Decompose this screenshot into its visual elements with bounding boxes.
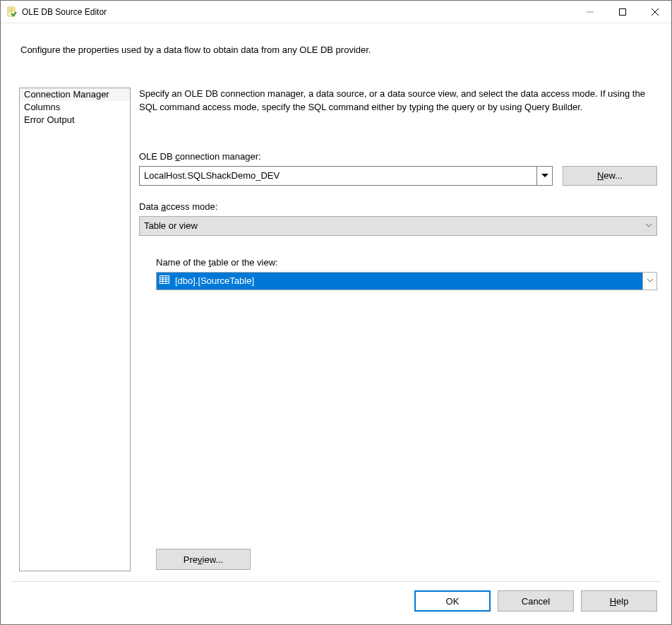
- dialog-intro-text: Configure the properties used by a data …: [11, 33, 661, 88]
- help-button[interactable]: Help: [581, 590, 657, 612]
- nav-item-columns[interactable]: Columns: [20, 101, 130, 114]
- chevron-down-icon[interactable]: [641, 224, 656, 227]
- nav-item-error-output[interactable]: Error Output: [20, 114, 130, 126]
- window-title: OLE DB Source Editor: [22, 7, 574, 17]
- new-connection-button[interactable]: New...: [563, 166, 657, 186]
- main-content-row: Connection Manager Columns Error Output …: [11, 88, 661, 571]
- svg-rect-1: [9, 8, 14, 9]
- footer-separator: [11, 581, 661, 582]
- app-icon: [6, 6, 18, 18]
- table-name-value: [dbo].[SourceTable]: [175, 275, 254, 286]
- footer-buttons: OK Cancel Help: [11, 590, 661, 614]
- table-icon: [160, 275, 169, 286]
- access-mode-label: Data access mode:: [139, 201, 657, 212]
- connection-manager-panel: Specify an OLE DB connection manager, a …: [139, 88, 661, 571]
- titlebar-controls: [574, 1, 671, 23]
- chevron-down-icon[interactable]: [642, 273, 656, 290]
- dialog-body: Configure the properties used by a data …: [1, 23, 671, 624]
- conn-manager-combo[interactable]: LocalHost.SQLShackDemo_DEV: [139, 166, 553, 186]
- svg-rect-2: [9, 10, 14, 11]
- svg-rect-3: [9, 11, 13, 12]
- nav-item-connection-manager[interactable]: Connection Manager: [20, 88, 130, 101]
- chevron-down-icon[interactable]: [536, 167, 552, 185]
- table-name-label: Name of the table or the view:: [156, 257, 657, 268]
- maximize-button[interactable]: [606, 1, 639, 23]
- table-name-selected: [dbo].[SourceTable]: [157, 273, 642, 290]
- svg-rect-5: [620, 8, 626, 15]
- dialog-window: OLE DB Source Editor Configure the prope…: [0, 0, 672, 625]
- page-nav-list[interactable]: Connection Manager Columns Error Output: [19, 88, 131, 571]
- panel-description: Specify an OLE DB connection manager, a …: [139, 88, 657, 114]
- minimize-button[interactable]: [574, 1, 606, 23]
- cancel-button[interactable]: Cancel: [498, 590, 574, 612]
- access-mode-combo[interactable]: Table or view: [139, 216, 657, 236]
- titlebar: OLE DB Source Editor: [1, 1, 671, 23]
- table-name-combo[interactable]: [dbo].[SourceTable]: [156, 272, 657, 290]
- ok-button[interactable]: OK: [414, 590, 491, 612]
- close-button[interactable]: [639, 1, 671, 23]
- access-mode-value: Table or view: [140, 220, 641, 231]
- conn-manager-label: OLE DB connection manager:: [139, 151, 657, 162]
- preview-button[interactable]: Preview...: [156, 549, 251, 570]
- conn-manager-value: LocalHost.SQLShackDemo_DEV: [140, 170, 536, 181]
